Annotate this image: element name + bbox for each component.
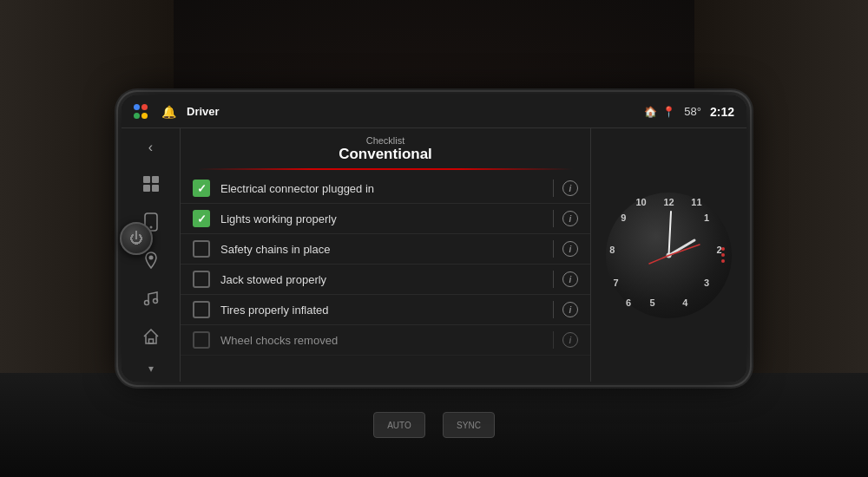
info-icon-5[interactable]: i xyxy=(562,302,578,317)
item-divider-2 xyxy=(553,210,554,227)
item-divider-1 xyxy=(553,180,554,197)
left-sidebar: ‹ xyxy=(122,128,181,382)
checkbox-2[interactable] xyxy=(193,210,210,227)
checkbox-3[interactable] xyxy=(193,240,210,258)
checklist-title: Conventional xyxy=(181,146,590,163)
checklist-panel: Checklist Conventional Electrical connec… xyxy=(181,128,590,382)
checkbox-5[interactable] xyxy=(193,301,210,318)
grid-icon xyxy=(141,174,161,193)
item-text-2: Lights working properly xyxy=(220,212,544,225)
svg-rect-0 xyxy=(143,176,150,183)
top-bar-right: 🏠 📍 58° 2:12 xyxy=(644,105,734,119)
svg-rect-9 xyxy=(148,339,153,343)
checklist-header: Checklist Conventional xyxy=(181,128,590,168)
svg-line-14 xyxy=(649,255,669,264)
checklist-item-4[interactable]: Jack stowed properly i xyxy=(181,265,590,295)
item-text-6: Wheel chocks removed xyxy=(220,334,544,347)
music-icon xyxy=(142,290,160,307)
bottom-controls: AUTO SYNC xyxy=(0,373,868,477)
google-dot-yellow xyxy=(141,113,148,119)
info-icon-1[interactable]: i xyxy=(562,180,578,196)
home-icon xyxy=(142,328,160,345)
status-icons: 🏠 📍 xyxy=(644,106,675,118)
item-divider-3 xyxy=(553,240,554,258)
main-content: ‹ xyxy=(122,128,746,382)
checklist-item-6[interactable]: Wheel chocks removed i xyxy=(181,325,590,356)
infotainment-screen: 🔔 Driver 🏠 📍 58° 2:12 ‹ xyxy=(122,95,746,382)
time-display: 2:12 xyxy=(710,105,734,119)
checklist-item-3[interactable]: Safety chains in place i xyxy=(181,234,590,265)
top-bar-left: 🔔 Driver xyxy=(134,104,220,120)
sidebar-icon-grid[interactable] xyxy=(132,167,170,201)
checklist-item-2[interactable]: Lights working properly i xyxy=(181,204,590,234)
power-button-container: ⏻ xyxy=(120,222,153,255)
sidebar-icon-music[interactable] xyxy=(132,281,170,316)
power-button[interactable]: ⏻ xyxy=(120,222,153,255)
clock-dot-2 xyxy=(721,253,725,257)
info-icon-4[interactable]: i xyxy=(562,271,578,287)
vent-control-auto[interactable]: AUTO xyxy=(373,412,425,438)
vent-control-sync[interactable]: SYNC xyxy=(443,412,495,438)
location-status-icon: 📍 xyxy=(662,106,675,118)
notification-bell-icon[interactable]: 🔔 xyxy=(161,105,176,119)
svg-point-6 xyxy=(148,256,153,260)
checklist-items: Electrical connector plugged in i Lights… xyxy=(181,173,590,382)
clock-face: 12 1 2 3 4 5 6 7 8 9 10 11 xyxy=(606,193,732,318)
item-text-4: Jack stowed properly xyxy=(220,273,544,286)
svg-point-8 xyxy=(153,299,157,304)
checkbox-1[interactable] xyxy=(193,180,210,197)
clock-dots xyxy=(721,247,725,263)
home-status-icon: 🏠 xyxy=(644,106,657,118)
checklist-item-5[interactable]: Tires properly inflated i xyxy=(181,295,590,325)
clock-hands-svg xyxy=(606,193,732,318)
clock-dot-3 xyxy=(721,259,725,263)
svg-rect-3 xyxy=(152,185,159,192)
item-text-5: Tires properly inflated xyxy=(220,304,544,317)
google-assistant-icon[interactable] xyxy=(134,104,149,120)
google-dot-blue xyxy=(134,104,140,110)
info-icon-3[interactable]: i xyxy=(562,241,578,257)
checkbox-6[interactable] xyxy=(193,331,210,349)
item-divider-5 xyxy=(553,301,554,318)
temperature-display: 58° xyxy=(684,105,701,118)
svg-rect-1 xyxy=(152,176,159,183)
driver-label: Driver xyxy=(187,105,220,118)
google-dot-green xyxy=(134,113,140,119)
item-text-3: Safety chains in place xyxy=(220,243,544,256)
checkbox-4[interactable] xyxy=(193,271,210,288)
clock-dot-1 xyxy=(721,247,725,251)
checklist-item-1[interactable]: Electrical connector plugged in i xyxy=(181,173,590,204)
checklist-divider xyxy=(198,168,573,170)
info-icon-2[interactable]: i xyxy=(562,211,578,226)
sidebar-icon-home[interactable] xyxy=(132,319,170,354)
checklist-subtitle: Checklist xyxy=(181,135,590,146)
top-bar: 🔔 Driver 🏠 📍 58° 2:12 xyxy=(122,95,746,128)
sidebar-scroll-down[interactable]: ▾ xyxy=(148,363,154,375)
item-divider-4 xyxy=(553,271,554,288)
back-button[interactable]: ‹ xyxy=(139,135,163,160)
car-interior: ⏻ 🔔 Driver 🏠 xyxy=(0,0,868,477)
svg-rect-2 xyxy=(143,185,150,192)
info-icon-6[interactable]: i xyxy=(562,332,578,348)
google-dot-red xyxy=(141,104,148,110)
clock-panel: 12 1 2 3 4 5 6 7 8 9 10 11 xyxy=(590,128,746,382)
screen-content: 🔔 Driver 🏠 📍 58° 2:12 ‹ xyxy=(122,95,746,382)
item-text-1: Electrical connector plugged in xyxy=(220,182,544,195)
svg-point-7 xyxy=(144,301,148,305)
svg-line-12 xyxy=(669,212,672,256)
item-divider-6 xyxy=(553,331,554,349)
